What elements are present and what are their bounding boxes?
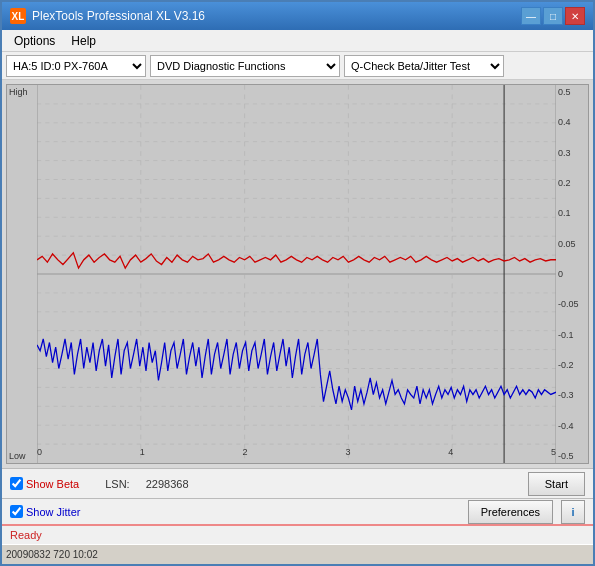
taskbar-bottom: 20090832 720 10:02 bbox=[2, 544, 593, 564]
window-controls: — □ ✕ bbox=[521, 7, 585, 25]
ready-bar: Ready bbox=[2, 524, 593, 544]
lsn-label: LSN: bbox=[105, 478, 129, 490]
ready-text: Ready bbox=[10, 529, 42, 541]
menu-options[interactable]: Options bbox=[6, 32, 63, 50]
y-label-high: High bbox=[9, 87, 35, 97]
main-window: XL PlexTools Professional XL V3.16 — □ ✕… bbox=[0, 0, 595, 566]
x-label-1: 1 bbox=[140, 447, 145, 463]
preferences-button[interactable]: Preferences bbox=[468, 500, 553, 524]
show-jitter-checkbox[interactable] bbox=[10, 505, 23, 518]
x-axis: 0 1 2 3 4 5 bbox=[7, 445, 588, 463]
y-axis-left: High Low bbox=[7, 85, 37, 463]
y-axis-right: 0.5 0.4 0.3 0.2 0.1 0.05 0 -0.05 -0.1 -0… bbox=[556, 85, 588, 463]
function-select[interactable]: DVD Diagnostic Functions bbox=[150, 55, 340, 77]
taskbar-text: 20090832 720 10:02 bbox=[6, 549, 98, 560]
status-bar-2: Show Jitter Preferences i bbox=[2, 498, 593, 524]
x-label-4: 4 bbox=[448, 447, 453, 463]
x-label-3: 3 bbox=[345, 447, 350, 463]
show-beta-checkbox-container: Show Beta bbox=[10, 477, 79, 490]
close-button[interactable]: ✕ bbox=[565, 7, 585, 25]
lsn-value: 2298368 bbox=[146, 478, 189, 490]
info-button[interactable]: i bbox=[561, 500, 585, 524]
status-bar-1: Show Beta LSN: 2298368 Start bbox=[2, 468, 593, 498]
start-button[interactable]: Start bbox=[528, 472, 585, 496]
maximize-button[interactable]: □ bbox=[543, 7, 563, 25]
show-beta-checkbox[interactable] bbox=[10, 477, 23, 490]
title-bar-left: XL PlexTools Professional XL V3.16 bbox=[10, 8, 205, 24]
show-jitter-label[interactable]: Show Jitter bbox=[26, 506, 80, 518]
menu-bar: Options Help bbox=[2, 30, 593, 52]
chart-svg-area bbox=[37, 85, 556, 463]
x-label-2: 2 bbox=[243, 447, 248, 463]
show-jitter-checkbox-container: Show Jitter bbox=[10, 505, 80, 518]
show-beta-label[interactable]: Show Beta bbox=[26, 478, 79, 490]
x-label-0: 0 bbox=[37, 447, 42, 463]
y-label-low: Low bbox=[9, 451, 35, 461]
minimize-button[interactable]: — bbox=[521, 7, 541, 25]
drive-select[interactable]: HA:5 ID:0 PX-760A bbox=[6, 55, 146, 77]
menu-help[interactable]: Help bbox=[63, 32, 104, 50]
test-select[interactable]: Q-Check Beta/Jitter Test bbox=[344, 55, 504, 77]
title-bar: XL PlexTools Professional XL V3.16 — □ ✕ bbox=[2, 2, 593, 30]
app-icon: XL bbox=[10, 8, 26, 24]
window-title: PlexTools Professional XL V3.16 bbox=[32, 9, 205, 23]
chart-area: High Low 0.5 0.4 0.3 0.2 0.1 0.05 0 -0.0… bbox=[2, 80, 593, 468]
toolbar: HA:5 ID:0 PX-760A DVD Diagnostic Functio… bbox=[2, 52, 593, 80]
chart-container: High Low 0.5 0.4 0.3 0.2 0.1 0.05 0 -0.0… bbox=[6, 84, 589, 464]
